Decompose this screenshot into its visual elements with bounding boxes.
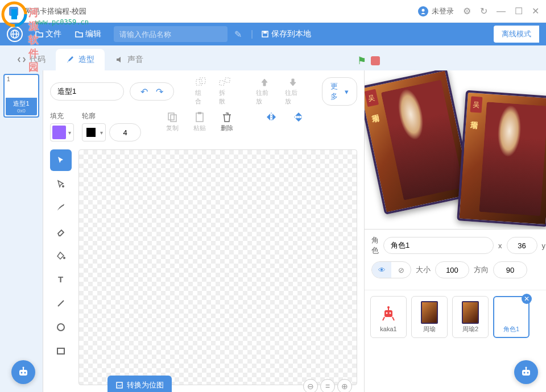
app-logo-icon — [7, 5, 20, 18]
backward-button[interactable]: 往后放 — [282, 77, 305, 106]
pencil-icon[interactable]: ✎ — [234, 29, 242, 40]
settings-icon[interactable]: ⚙ — [463, 6, 471, 16]
svg-point-40 — [23, 367, 24, 369]
zoom-out-button[interactable]: ⊖ — [303, 379, 318, 392]
svg-rect-41 — [522, 370, 530, 376]
paste-button[interactable]: 粘贴 — [190, 111, 209, 132]
tab-costume[interactable]: 造型 — [56, 49, 105, 70]
undo-icon[interactable]: ↶ — [140, 86, 148, 97]
line-tool[interactable] — [50, 293, 72, 314]
offline-mode-button[interactable]: 离线模式 — [494, 26, 539, 43]
circle-tool[interactable] — [50, 316, 72, 338]
svg-point-26 — [57, 324, 64, 331]
sprite-item[interactable]: 角色1✕ — [493, 296, 530, 338]
zoom-in-button[interactable]: ⊕ — [337, 379, 352, 392]
svg-line-34 — [383, 317, 384, 320]
sprite-properties: 角色 x y 👁 ⊘ 大小 方向 — [365, 230, 546, 290]
forward-button[interactable]: 往前放 — [253, 77, 276, 106]
close-icon[interactable]: ✕ — [532, 6, 539, 16]
stage-sprite-card: 吴 周瑜 — [365, 70, 474, 215]
rect-tool[interactable] — [50, 340, 72, 362]
svg-rect-17 — [171, 115, 176, 122]
sound-icon — [115, 55, 124, 64]
undo-redo-group: ↶ ↷ — [130, 82, 174, 101]
hide-button[interactable]: ⊘ — [391, 262, 411, 278]
fill-tool[interactable] — [50, 245, 72, 266]
maximize-icon[interactable]: ☐ — [515, 6, 523, 16]
svg-rect-14 — [220, 81, 224, 85]
convert-bitmap-button[interactable]: 转换为位图 — [107, 376, 172, 392]
costume-name-input[interactable] — [50, 82, 124, 101]
more-button[interactable]: 更多 ▾ — [322, 77, 357, 106]
green-flag-icon[interactable]: ⚑ — [357, 55, 366, 67]
svg-point-42 — [524, 372, 526, 374]
eraser-tool[interactable] — [50, 221, 72, 243]
sprite-direction-input[interactable] — [493, 261, 527, 278]
svg-point-23 — [63, 257, 65, 259]
project-name-input[interactable] — [114, 26, 228, 42]
text-tool[interactable]: T — [50, 269, 72, 290]
stop-icon[interactable] — [371, 56, 380, 65]
flip-horizontal-button[interactable] — [262, 111, 281, 123]
ungroup-button[interactable]: 拆散 — [216, 77, 234, 106]
svg-point-6 — [422, 9, 425, 11]
costume-thumb[interactable]: 1 造型1 0x0 — [3, 74, 39, 118]
convert-icon — [115, 381, 123, 389]
brush-tool[interactable] — [50, 197, 72, 219]
stage-preview[interactable]: 吴 周瑜 吴 周瑜 — [365, 70, 546, 230]
svg-point-4 — [13, 9, 15, 11]
sprite-item[interactable]: 周瑜2 — [452, 296, 489, 338]
drawing-canvas[interactable]: 转换为位图 ⊖ = ⊕ — [78, 149, 357, 385]
outline-color-picker[interactable]: ▾ — [82, 123, 106, 141]
delete-button[interactable]: 删除 — [217, 111, 237, 132]
copy-button[interactable]: 复制 — [163, 111, 182, 132]
svg-line-25 — [58, 301, 64, 306]
refresh-icon[interactable]: ↻ — [480, 6, 487, 16]
fill-color-picker[interactable]: ▾ — [50, 123, 74, 141]
delete-sprite-icon[interactable]: ✕ — [522, 294, 532, 304]
redo-icon[interactable]: ↷ — [156, 86, 163, 97]
svg-rect-5 — [11, 12, 16, 14]
select-tool[interactable] — [50, 149, 72, 171]
brush-icon — [66, 55, 75, 64]
menu-edit[interactable]: 编辑 — [69, 26, 107, 43]
group-button[interactable]: 组合 — [192, 77, 210, 106]
menu-file[interactable]: 文件 — [30, 26, 67, 43]
reshape-tool[interactable] — [50, 173, 72, 195]
menu-save-local[interactable]: 保存到本地 — [255, 26, 317, 43]
sprite-size-input[interactable] — [435, 261, 469, 278]
svg-rect-18 — [196, 113, 203, 122]
language-icon[interactable] — [7, 26, 23, 42]
user-icon — [418, 6, 428, 16]
assistant-button-right[interactable] — [514, 360, 538, 384]
svg-rect-28 — [117, 382, 122, 388]
sprite-item[interactable]: kaka1 — [370, 296, 407, 338]
code-icon — [17, 55, 26, 64]
stroke-width-input[interactable] — [109, 123, 141, 141]
chevron-down-icon: ▾ — [345, 87, 349, 96]
sprite-name-input[interactable] — [383, 237, 494, 254]
flip-vertical-button[interactable] — [289, 111, 308, 123]
minimize-icon[interactable]: — — [497, 6, 506, 16]
svg-rect-12 — [196, 80, 202, 85]
save-icon — [261, 30, 269, 38]
svg-point-30 — [386, 312, 388, 314]
zoom-reset-button[interactable]: = — [320, 379, 335, 392]
svg-rect-15 — [225, 78, 230, 82]
show-button[interactable]: 👁 — [372, 262, 391, 278]
right-panel: 吴 周瑜 吴 周瑜 角色 x y 👁 ⊘ — [364, 70, 546, 392]
tab-code[interactable]: 代码 — [7, 49, 56, 70]
svg-point-38 — [24, 372, 26, 374]
svg-rect-29 — [384, 310, 392, 317]
folder-icon — [35, 30, 43, 38]
assistant-button-left[interactable] — [11, 360, 35, 384]
tab-sound[interactable]: 声音 — [105, 49, 154, 70]
sprite-x-input[interactable] — [507, 237, 537, 254]
svg-line-35 — [392, 317, 394, 320]
svg-rect-19 — [198, 112, 201, 114]
costume-editor: ↶ ↷ 组合 拆散 往前放 往后放 更多 — [43, 70, 364, 392]
stage-sprite-card: 吴 周瑜 — [457, 90, 546, 227]
svg-point-31 — [390, 312, 391, 314]
sprite-item[interactable]: 周瑜 — [411, 296, 448, 338]
login-status[interactable]: 未登录 — [418, 6, 454, 16]
